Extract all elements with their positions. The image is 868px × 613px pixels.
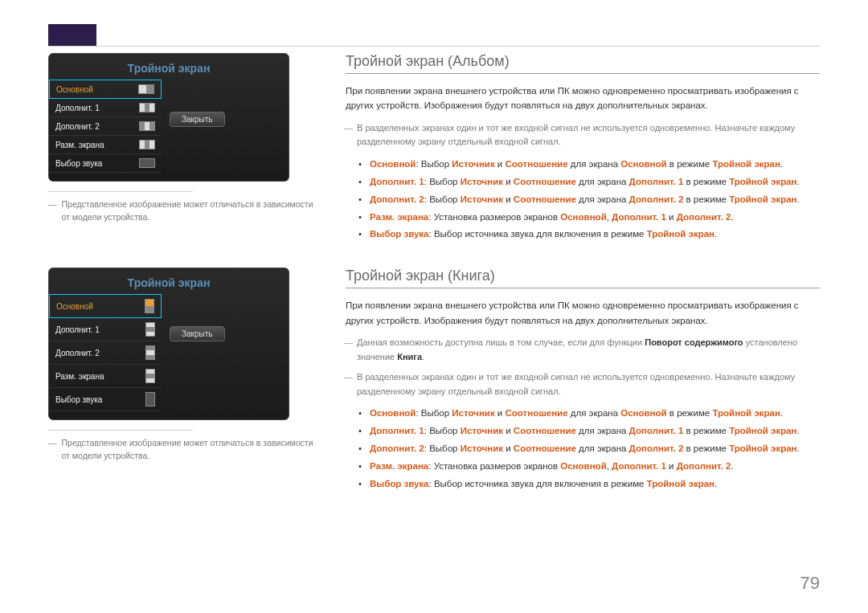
bullet-list: Основной: Выбор Источник и Соотношение д… <box>346 405 820 492</box>
layout-icon <box>145 345 155 360</box>
section-title-album: Тройной экран (Альбом) <box>346 53 820 74</box>
intro-para: При появлении экрана внешнего устройства… <box>346 84 820 113</box>
note-text: Представленное изображение может отличат… <box>62 198 314 224</box>
osd-item-sound[interactable]: Выбор звука <box>49 388 162 411</box>
osd-item-label: Дополнит. 2 <box>55 349 100 358</box>
note-text: Представленное изображение может отличат… <box>62 437 314 463</box>
bullet-sub1: Дополнит. 1: Выбор Источник и Соотношени… <box>370 174 820 191</box>
osd-item-label: Дополнит. 1 <box>55 325 100 334</box>
accent-bar <box>48 24 96 46</box>
osd-title: Тройной экран <box>49 268 289 294</box>
content-book: Тройной экран (Книга) При появлении экра… <box>346 268 820 492</box>
row-album: Тройной экран Основной Дополнит. 1 Допол… <box>48 53 820 243</box>
dash-note-rotate: Данная возможность доступна лишь в том с… <box>357 336 820 364</box>
divider <box>48 191 193 192</box>
layout-icon <box>139 158 155 168</box>
osd-menu: Основной Дополнит. 1 Дополнит. 2 Разм. э… <box>49 80 162 173</box>
osd-panel-book: Тройной экран Основной Дополнит. 1 Допол… <box>48 268 289 420</box>
layout-icon <box>145 392 155 407</box>
osd-title: Тройной экран <box>49 54 289 80</box>
bullet-main: Основной: Выбор Источник и Соотношение д… <box>370 405 820 423</box>
osd-item-sub2[interactable]: Дополнит. 2 <box>49 341 162 365</box>
osd-menu: Основной Дополнит. 1 Дополнит. 2 Разм. э… <box>49 294 162 411</box>
layout-icon <box>145 369 155 383</box>
dash-note: В разделенных экранах один и тот же вход… <box>357 370 820 398</box>
divider <box>48 430 193 431</box>
layout-icon <box>139 103 155 112</box>
osd-item-sound[interactable]: Выбор звука <box>49 154 162 173</box>
bullet-sub1: Дополнит. 1: Выбор Источник и Соотношени… <box>370 423 820 440</box>
osd-item-main[interactable]: Основной <box>49 294 162 318</box>
osd-item-sub1[interactable]: Дополнит. 1 <box>49 318 162 341</box>
osd-item-label: Разм. экрана <box>55 141 104 149</box>
layout-icon <box>138 84 154 94</box>
section-title-book: Тройной экран (Книга) <box>346 268 820 288</box>
bullet-size: Разм. экрана: Установка размеров экранов… <box>370 458 820 476</box>
layout-icon <box>145 322 155 337</box>
osd-item-label: Выбор звука <box>55 395 102 404</box>
footnote: ―Представленное изображение может отлича… <box>48 437 313 463</box>
osd-item-sub1[interactable]: Дополнит. 1 <box>49 99 162 117</box>
layout-icon <box>139 140 155 149</box>
layout-icon <box>145 299 154 313</box>
bullet-list: Основной: Выбор Источник и Соотношение д… <box>346 156 820 243</box>
osd-item-label: Дополнит. 1 <box>55 104 100 112</box>
osd-item-label: Разм. экрана <box>55 372 104 381</box>
osd-item-main[interactable]: Основной <box>49 80 162 99</box>
osd-item-sub2[interactable]: Дополнит. 2 <box>49 117 162 136</box>
bullet-sub2: Дополнит. 2: Выбор Источник и Соотношени… <box>370 191 820 209</box>
intro-para: При появлении экрана внешнего устройства… <box>346 298 820 328</box>
osd-panel-album: Тройной экран Основной Дополнит. 1 Допол… <box>48 53 289 182</box>
top-border <box>48 24 820 47</box>
close-button[interactable]: Закрыть <box>170 326 225 341</box>
osd-item-size[interactable]: Разм. экрана <box>49 365 162 388</box>
bullet-main: Основной: Выбор Источник и Соотношение д… <box>370 156 820 174</box>
bullet-sound: Выбор звука: Выбор источника звука для в… <box>370 226 820 243</box>
bullet-size: Разм. экрана: Установка размеров экранов… <box>370 209 820 227</box>
bullet-sub2: Дополнит. 2: Выбор Источник и Соотношени… <box>370 440 820 458</box>
osd-item-label: Основной <box>56 85 93 94</box>
layout-icon <box>139 121 155 131</box>
bullet-sound: Выбор звука: Выбор источника звука для в… <box>370 476 820 493</box>
row-book: Тройной экран Основной Дополнит. 1 Допол… <box>48 268 820 492</box>
close-button[interactable]: Закрыть <box>170 112 225 127</box>
osd-item-label: Дополнит. 2 <box>55 122 100 131</box>
footnote: ―Представленное изображение может отлича… <box>48 198 313 224</box>
osd-item-label: Выбор звука <box>55 159 102 168</box>
osd-item-label: Основной <box>56 302 93 311</box>
content-album: Тройной экран (Альбом) При появлении экр… <box>346 53 820 243</box>
page-number: 79 <box>800 573 820 594</box>
osd-item-size[interactable]: Разм. экрана <box>49 136 162 154</box>
left-column-2: Тройной экран Основной Дополнит. 1 Допол… <box>48 268 313 492</box>
dash-note: В разделенных экранах один и тот же вход… <box>357 121 820 149</box>
left-column-1: Тройной экран Основной Дополнит. 1 Допол… <box>48 53 313 243</box>
